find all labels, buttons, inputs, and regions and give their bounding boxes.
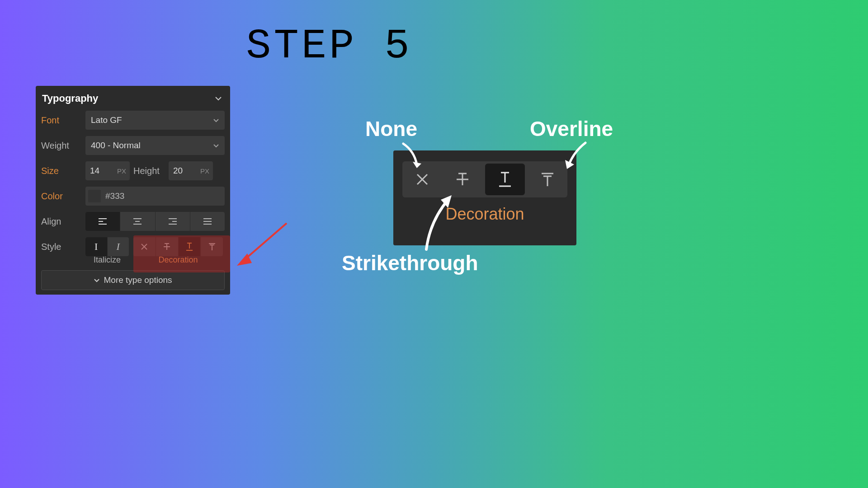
annotation-overline: Overline — [530, 117, 613, 141]
zoom-decoration-group — [402, 161, 567, 197]
overline-icon — [208, 242, 217, 251]
zoom-underline-button[interactable] — [485, 164, 525, 195]
upright-i-icon: I — [94, 241, 98, 253]
chevron-down-icon — [213, 144, 219, 148]
align-row: Align — [41, 212, 225, 231]
color-value: #333 — [105, 191, 124, 201]
zoom-decoration-label: Decoration — [445, 205, 524, 224]
typography-panel: Typography Font Lato GF Weight 400 - Nor… — [36, 86, 230, 295]
font-select[interactable]: Lato GF — [85, 111, 225, 130]
weight-value: 400 - Normal — [91, 141, 141, 150]
chevron-down-icon — [213, 118, 219, 122]
underline-icon — [185, 242, 194, 251]
svg-line-23 — [243, 223, 287, 261]
weight-select[interactable]: 400 - Normal — [85, 136, 225, 155]
font-value: Lato GF — [91, 115, 122, 125]
decoration-zoom-panel: Decoration — [393, 150, 576, 245]
overline-icon — [539, 171, 556, 188]
annotation-strikethrough: Strikethrough — [342, 251, 478, 275]
more-options-label: More type options — [104, 275, 172, 285]
height-label: Height — [133, 166, 165, 176]
page-title: STEP 5 — [246, 23, 412, 70]
color-label: Color — [41, 191, 82, 202]
weight-label: Weight — [41, 141, 82, 151]
strikethrough-icon — [162, 242, 171, 251]
decoration-underline-button[interactable] — [179, 237, 201, 256]
size-height-row: Size 14 PX Height 20 PX — [41, 161, 225, 180]
strikethrough-icon — [454, 171, 471, 188]
height-value: 20 — [173, 166, 183, 176]
size-value: 14 — [90, 166, 99, 176]
size-unit: PX — [117, 167, 126, 175]
weight-row: Weight 400 - Normal — [41, 136, 225, 155]
style-label: Style — [41, 242, 82, 252]
more-type-options-button[interactable]: More type options — [41, 270, 225, 290]
italicize-group: I I — [85, 237, 129, 256]
decoration-group — [133, 237, 223, 256]
align-center-icon — [132, 217, 142, 225]
font-label: Font — [41, 115, 82, 126]
decoration-sublabel: Decoration — [133, 255, 223, 265]
italic-on-button[interactable]: I — [108, 237, 129, 256]
chevron-down-icon — [215, 95, 222, 102]
color-input[interactable]: #333 — [85, 187, 225, 206]
align-right-icon — [168, 217, 178, 225]
color-swatch[interactable] — [88, 190, 101, 202]
panel-title: Typography — [42, 93, 98, 104]
align-left-icon — [98, 217, 108, 225]
style-sublabels: Italicize Decoration — [41, 255, 225, 265]
size-input[interactable]: 14 PX — [85, 161, 130, 180]
svg-marker-24 — [237, 253, 252, 266]
style-row: Style I I — [41, 237, 225, 256]
panel-header[interactable]: Typography — [41, 93, 225, 111]
style-groups: I I — [85, 237, 225, 256]
italic-i-icon: I — [117, 241, 120, 253]
color-row: Color #333 — [41, 187, 225, 206]
height-input[interactable]: 20 PX — [169, 161, 213, 180]
size-label: Size — [41, 166, 82, 176]
align-justify-button[interactable] — [190, 212, 225, 231]
annotation-none: None — [365, 117, 417, 141]
red-arrow-icon — [230, 220, 293, 269]
chevron-down-icon — [94, 278, 100, 282]
height-unit: PX — [200, 167, 209, 175]
close-icon — [140, 243, 148, 251]
decoration-none-button[interactable] — [133, 237, 156, 256]
italicize-sublabel: Italicize — [85, 255, 129, 265]
zoom-overline-button[interactable] — [527, 161, 567, 197]
font-row: Font Lato GF — [41, 111, 225, 130]
align-label: Align — [41, 216, 82, 227]
decoration-strikethrough-button[interactable] — [156, 237, 179, 256]
underline-icon — [496, 171, 514, 188]
decoration-overline-button[interactable] — [201, 237, 223, 256]
zoom-strikethrough-button[interactable] — [443, 161, 483, 197]
italic-off-button[interactable]: I — [85, 237, 108, 256]
align-center-button[interactable] — [120, 212, 155, 231]
align-justify-icon — [203, 217, 212, 225]
align-left-button[interactable] — [85, 212, 120, 231]
align-right-button[interactable] — [156, 212, 190, 231]
close-icon — [415, 172, 430, 187]
align-button-group — [85, 212, 225, 231]
zoom-none-button[interactable] — [402, 161, 443, 197]
